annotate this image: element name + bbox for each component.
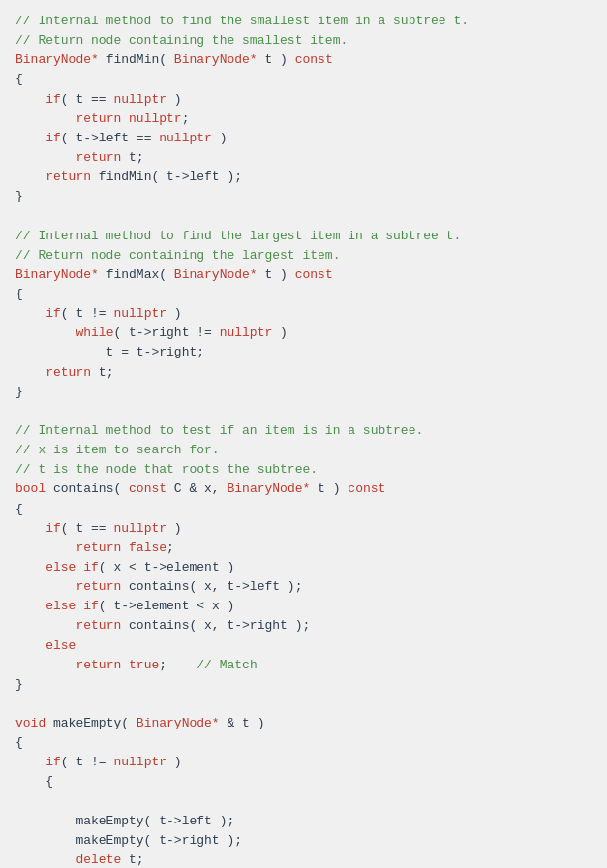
code-type: BinaryNode*: [174, 52, 258, 67]
code-normal: [15, 365, 46, 380]
code-line: return contains( x, t->right );: [15, 616, 592, 636]
code-keyword: false: [129, 541, 167, 555]
code-comment: // Internal method to find the smallest …: [15, 14, 469, 28]
code-keyword: return: [46, 170, 91, 184]
code-normal: t ): [258, 52, 295, 67]
code-line: [15, 792, 592, 812]
code-line: }: [15, 187, 592, 206]
code-normal: {: [15, 287, 23, 301]
code-type: BinaryNode*: [15, 267, 99, 282]
code-line: if( t == nullptr ): [15, 90, 592, 109]
code-normal: findMin(: [99, 52, 174, 67]
code-line: // Internal method to find the smallest …: [15, 12, 592, 31]
code-line: return nullptr;: [15, 109, 592, 129]
code-line: if( t == nullptr ): [15, 519, 592, 539]
code-line: return true; // Match: [15, 656, 592, 675]
code-keyword: if: [83, 599, 99, 613]
code-normal: [15, 755, 46, 769]
code-keyword: void: [15, 716, 46, 730]
code-keyword: const: [348, 481, 385, 496]
code-line: bool contains( const C & x, BinaryNode* …: [15, 480, 592, 499]
code-keyword: else: [46, 599, 76, 613]
code-line: t = t->right;: [15, 343, 592, 362]
code-type: BinaryNode*: [137, 716, 220, 730]
code-normal: {: [15, 502, 23, 516]
code-block: // Internal method to find the smallest …: [0, 8, 607, 868]
code-comment: // Match: [197, 658, 257, 672]
code-line: }: [15, 675, 592, 695]
code-line: BinaryNode* findMin( BinaryNode* t ) con…: [15, 50, 592, 70]
code-normal: {: [15, 72, 23, 86]
code-line: {: [15, 500, 592, 519]
code-keyword: const: [295, 267, 333, 282]
code-line: makeEmpty( t->right );: [15, 831, 592, 851]
code-normal: [15, 579, 76, 594]
code-comment: // Internal method to test if an item is…: [15, 423, 423, 438]
code-normal: [15, 541, 76, 555]
code-normal: [15, 658, 76, 672]
code-normal: contains( x, t->left );: [121, 579, 302, 594]
code-line: // Return node containing the largest it…: [15, 246, 592, 265]
code-line: BinaryNode* findMax( BinaryNode* t ) con…: [15, 265, 592, 285]
code-normal: ( t ==: [61, 92, 114, 107]
code-container: // Internal method to find the smallest …: [0, 0, 607, 868]
code-normal: findMax(: [99, 267, 174, 282]
code-keyword: delete: [76, 852, 121, 867]
code-normal: [15, 131, 46, 145]
code-normal: }: [15, 385, 23, 399]
code-type: BinaryNode*: [174, 267, 258, 282]
code-normal: ): [167, 92, 182, 107]
code-line: {: [15, 733, 592, 753]
code-keyword: bool: [15, 481, 46, 496]
code-line: {: [15, 772, 592, 791]
code-keyword: const: [129, 481, 167, 496]
code-keyword: return: [76, 579, 121, 594]
code-keyword: if: [46, 306, 61, 321]
code-keyword: if: [46, 131, 61, 145]
code-keyword: true: [129, 658, 159, 672]
code-keyword: if: [46, 521, 61, 536]
code-normal: ): [212, 131, 228, 145]
code-keyword: nullptr: [113, 521, 167, 536]
code-keyword: if: [46, 755, 61, 769]
code-normal: [15, 560, 46, 574]
code-line: [15, 206, 592, 226]
code-line: if( t != nullptr ): [15, 753, 592, 772]
code-normal: [15, 326, 76, 340]
code-line: return t;: [15, 363, 592, 383]
code-normal: ( x < t->element ): [99, 560, 234, 574]
code-comment: // Internal method to find the largest i…: [15, 229, 461, 243]
code-normal: t ): [258, 267, 295, 282]
code-normal: ;: [159, 658, 197, 672]
code-normal: contains( x, t->right );: [121, 618, 310, 633]
code-keyword: nullptr: [113, 92, 167, 107]
code-normal: & t ): [220, 716, 265, 730]
code-normal: [15, 521, 46, 536]
code-line: if( t != nullptr ): [15, 304, 592, 324]
code-comment: // Return node containing the smallest i…: [15, 33, 348, 47]
code-keyword: return: [76, 658, 121, 672]
code-normal: ): [167, 306, 182, 321]
code-keyword: nullptr: [159, 131, 212, 145]
code-line: else if( x < t->element ): [15, 558, 592, 577]
code-line: // Return node containing the smallest i…: [15, 31, 592, 50]
code-normal: makeEmpty(: [46, 716, 137, 730]
code-normal: contains(: [46, 481, 129, 496]
code-line: {: [15, 285, 592, 304]
code-keyword: nullptr: [129, 111, 182, 126]
code-normal: }: [15, 677, 23, 692]
code-normal: C & x,: [167, 481, 227, 496]
code-normal: [15, 599, 46, 613]
code-keyword: else: [46, 560, 76, 574]
code-normal: t ): [310, 481, 348, 496]
code-normal: ;: [182, 111, 190, 126]
code-line: if( t->left == nullptr ): [15, 129, 592, 148]
code-keyword: return: [46, 365, 91, 380]
code-normal: ): [167, 521, 182, 536]
code-normal: [15, 638, 46, 653]
code-keyword: return: [76, 111, 121, 126]
code-line: while( t->right != nullptr ): [15, 324, 592, 343]
code-type: BinaryNode*: [227, 481, 310, 496]
code-normal: findMin( t->left );: [91, 170, 242, 184]
code-normal: ( t !=: [61, 755, 114, 769]
